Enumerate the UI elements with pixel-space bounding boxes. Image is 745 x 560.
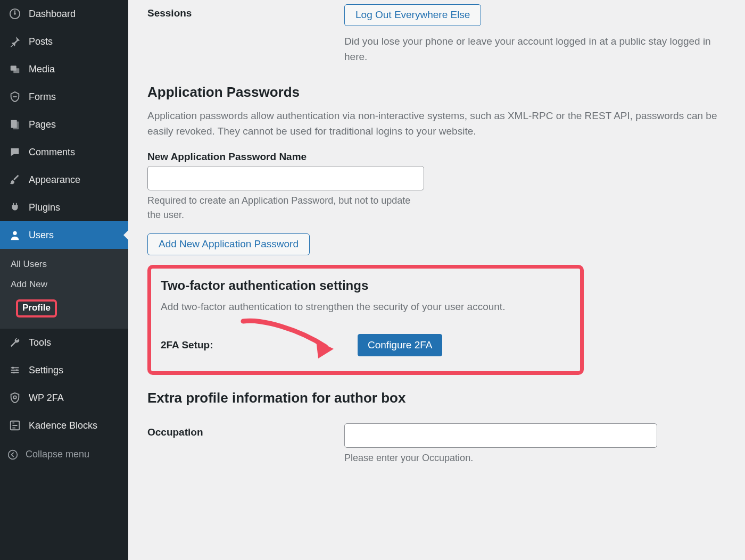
occupation-label: Occupation <box>147 423 344 438</box>
sidebar-item-tools[interactable]: Tools <box>0 329 128 356</box>
svg-rect-5 <box>13 122 19 130</box>
sidebar-item-kadence-blocks[interactable]: Kadence Blocks <box>0 412 128 439</box>
logout-everywhere-button[interactable]: Log Out Everywhere Else <box>344 4 481 26</box>
sidebar-item-forms[interactable]: Forms <box>0 83 128 111</box>
app-passwords-description: Application passwords allow authenticati… <box>147 108 726 139</box>
dashboard-icon <box>7 6 22 21</box>
sidebar-item-label: Comments <box>29 147 75 158</box>
svg-point-10 <box>12 367 14 369</box>
pin-icon <box>7 34 22 49</box>
sidebar-item-plugins[interactable]: Plugins <box>0 194 128 221</box>
twofa-settings-box: Two-factor authentication settings Add t… <box>147 265 584 375</box>
svg-point-1 <box>14 13 16 15</box>
twofa-setup-label: 2FA Setup: <box>161 339 358 351</box>
pages-icon <box>7 117 22 132</box>
submenu-item-add-new[interactable]: Add New <box>0 274 128 295</box>
submenu-item-label: Profile <box>22 303 51 313</box>
app-password-name-helper: Required to create an Application Passwo… <box>147 194 424 223</box>
add-app-password-button[interactable]: Add New Application Password <box>147 233 310 255</box>
occupation-row: Occupation Please enter your Occupation. <box>147 414 726 475</box>
sidebar-item-label: Tools <box>29 337 51 348</box>
sidebar-item-label: Posts <box>29 36 53 47</box>
sidebar-item-wp-2fa[interactable]: WP 2FA <box>0 384 128 412</box>
sidebar-item-label: Users <box>29 230 54 241</box>
user-icon <box>7 228 22 243</box>
shield-icon <box>7 390 22 405</box>
sidebar-item-appearance[interactable]: Appearance <box>0 166 128 194</box>
sidebar-item-pages[interactable]: Pages <box>0 111 128 138</box>
collapse-label: Collapse menu <box>26 449 89 460</box>
author-box-heading: Extra profile information for author box <box>147 390 726 406</box>
sidebar-item-media[interactable]: Media <box>0 55 128 83</box>
plugin-icon <box>7 200 22 215</box>
sidebar-item-comments[interactable]: Comments <box>0 138 128 166</box>
svg-point-6 <box>13 231 16 235</box>
sidebar-item-label: Dashboard <box>29 9 76 20</box>
sessions-row: Sessions Log Out Everywhere Else Did you… <box>147 0 726 74</box>
sidebar-item-label: Appearance <box>29 174 80 186</box>
sessions-description: Did you lose your phone or leave your ac… <box>344 34 726 65</box>
brush-icon <box>7 172 22 187</box>
media-icon <box>7 62 22 77</box>
sessions-heading: Sessions <box>147 4 344 19</box>
svg-point-13 <box>13 396 16 399</box>
svg-rect-3 <box>13 68 19 73</box>
sidebar-item-posts[interactable]: Posts <box>0 28 128 55</box>
wrench-icon <box>7 335 22 350</box>
kadence-icon <box>7 418 22 433</box>
settings-icon <box>7 363 22 378</box>
sidebar-item-users[interactable]: Users <box>0 221 128 249</box>
submenu-item-label: All Users <box>11 259 47 269</box>
collapse-icon <box>7 449 18 460</box>
svg-point-12 <box>13 372 15 374</box>
configure-2fa-button[interactable]: Configure 2FA <box>358 334 442 356</box>
svg-point-15 <box>9 450 18 459</box>
occupation-input[interactable] <box>344 423 657 448</box>
sidebar-item-label: WP 2FA <box>29 392 64 404</box>
admin-sidebar: Dashboard Posts Media Forms Pages <box>0 0 128 560</box>
sidebar-item-label: Pages <box>29 119 56 130</box>
twofa-heading: Two-factor authentication settings <box>161 278 570 293</box>
submenu-item-all-users[interactable]: All Users <box>0 254 128 274</box>
app-password-name-label: New Application Password Name <box>147 151 726 163</box>
app-passwords-heading: Application Passwords <box>147 84 726 101</box>
annotation-highlight: Profile <box>16 299 57 317</box>
sidebar-submenu-users: All Users Add New Profile <box>0 249 128 329</box>
annotation-arrow <box>241 316 342 364</box>
svg-point-11 <box>16 369 18 371</box>
sidebar-item-label: Settings <box>29 365 63 376</box>
sidebar-item-label: Kadence Blocks <box>29 420 97 431</box>
comment-icon <box>7 145 22 160</box>
sidebar-item-label: Media <box>29 64 55 75</box>
app-password-name-input[interactable] <box>147 166 424 190</box>
sidebar-item-settings[interactable]: Settings <box>0 356 128 384</box>
sidebar-item-label: Plugins <box>29 202 60 213</box>
collapse-menu-button[interactable]: Collapse menu <box>0 441 128 467</box>
forms-icon <box>7 89 22 104</box>
submenu-item-profile[interactable]: Profile <box>0 295 128 322</box>
sidebar-item-label: Forms <box>29 91 56 103</box>
twofa-description: Add two-factor authentication to strengt… <box>161 299 570 315</box>
sidebar-item-dashboard[interactable]: Dashboard <box>0 0 128 28</box>
profile-settings-main: Sessions Log Out Everywhere Else Did you… <box>128 0 745 560</box>
submenu-item-label: Add New <box>11 279 47 289</box>
occupation-helper: Please enter your Occupation. <box>344 451 726 466</box>
